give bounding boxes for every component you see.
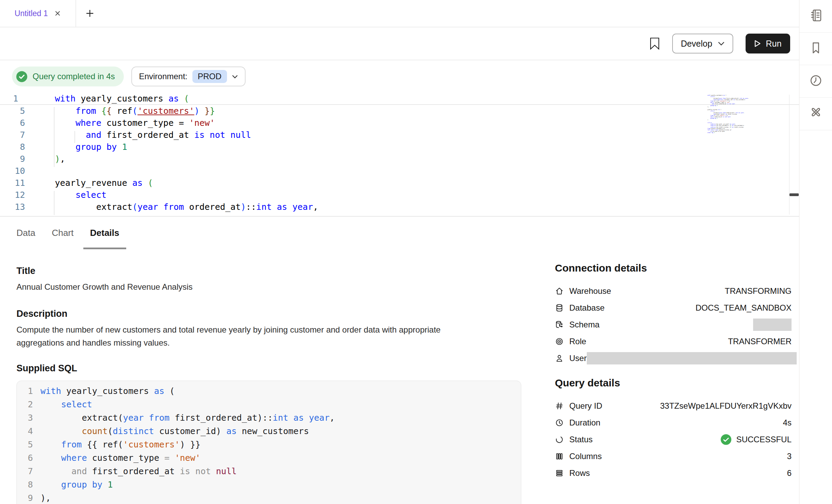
connection-details-heading: Connection details <box>555 261 792 275</box>
indent-guide <box>74 131 75 143</box>
bookmark-icon[interactable] <box>650 37 660 50</box>
run-label: Run <box>766 39 782 49</box>
code-line: 1with yearly_customers as ( <box>17 384 521 398</box>
warehouse-icon <box>555 287 564 296</box>
bookmark-icon <box>808 40 823 57</box>
connection-details-rows: Warehouse TRANSFORMING Database DOCS_TEA… <box>555 283 792 367</box>
success-check-icon <box>721 434 732 445</box>
detail-row-user: User <box>555 350 792 367</box>
code-line: 9), <box>0 153 799 165</box>
code-line: 5 from {{ ref('customers') }} <box>17 438 521 451</box>
redacted-value <box>587 352 797 364</box>
right-icon-sidebar <box>799 0 832 504</box>
title-value: Annual Customer Growth and Revenue Analy… <box>16 280 521 293</box>
sticky-line: 1with yearly_customers as ( <box>0 93 799 105</box>
title-heading: Title <box>16 266 521 276</box>
clock-icon <box>555 418 564 427</box>
detail-row-duration: Duration 4s <box>555 414 792 431</box>
supplied-sql-heading: Supplied SQL <box>16 363 521 374</box>
code-line: 11yearly_revenue as ( <box>0 177 799 189</box>
sidebar-notebook-button[interactable] <box>799 0 832 33</box>
develop-label: Develop <box>681 39 712 49</box>
hash-icon <box>555 401 564 410</box>
description-value: Compute the number of new customers and … <box>16 323 479 349</box>
query-status-row: Query completed in 4s Environment: PROD <box>0 60 799 93</box>
editor-tab-bar: Untitled 1 <box>0 0 799 27</box>
results-tab-details[interactable]: Details <box>90 217 119 249</box>
editor-scrollbar-thumb[interactable] <box>789 193 799 196</box>
code-line: 5 from {{ ref('customers') }} <box>0 105 799 117</box>
tab-untitled-1[interactable]: Untitled 1 <box>0 0 76 27</box>
detail-row-role: Role TRANSFORMER <box>555 333 792 350</box>
run-button[interactable]: Run <box>746 34 790 53</box>
query-status-pill: Query completed in 4s <box>12 67 124 86</box>
chevron-down-icon <box>232 75 238 79</box>
detail-row-columns: Columns 3 <box>555 448 792 465</box>
environment-label: Environment: <box>139 72 187 81</box>
redacted-value <box>753 319 792 331</box>
code-line: 4 count(distinct customer_id) as new_cus… <box>17 424 521 438</box>
rows-icon <box>555 469 564 478</box>
code-line: 12 select <box>0 189 799 201</box>
details-right-column: Connection details Warehouse TRANSFORMIN… <box>555 261 792 491</box>
main-area: Untitled 1 Develop Run <box>0 0 799 504</box>
code-line: 3 extract(year from first_ordered_at)::i… <box>17 411 521 424</box>
query-details-rows: Query ID 33TZseWpe1ALFDUYerxR1gVKxbv Dur… <box>555 397 792 481</box>
environment-value-badge: PROD <box>192 70 227 83</box>
code-line: 10 <box>0 165 799 177</box>
detail-row-query-id: Query ID 33TZseWpe1ALFDUYerxR1gVKxbv <box>555 397 792 414</box>
detail-row-warehouse: Warehouse TRANSFORMING <box>555 283 792 299</box>
code-line: 8 group by 1 <box>17 478 521 491</box>
code-line: 7 and first_ordered_at is not null <box>0 129 799 141</box>
check-circle-icon <box>16 71 27 82</box>
detail-row-rows: Rows 6 <box>555 465 792 481</box>
sidebar-bookmark-button[interactable] <box>799 33 832 65</box>
spinner-icon <box>555 435 564 444</box>
indent-guide <box>54 107 55 167</box>
schema-icon <box>555 320 564 329</box>
history-icon <box>808 73 823 89</box>
environment-selector[interactable]: Environment: PROD <box>131 67 246 86</box>
details-left-column: Title Annual Customer Growth and Revenue… <box>16 266 521 504</box>
toolbar: Develop Run <box>0 27 799 60</box>
close-tab-icon[interactable] <box>54 10 61 17</box>
compass-icon <box>808 106 823 122</box>
detail-row-schema: Schema <box>555 316 792 333</box>
sidebar-history-button[interactable] <box>799 65 832 98</box>
develop-dropdown-button[interactable]: Develop <box>672 34 733 53</box>
results-tab-data[interactable]: Data <box>16 217 35 249</box>
query-status-text: Query completed in 4s <box>33 72 115 81</box>
details-panel: Title Annual Customer Growth and Revenue… <box>0 249 799 471</box>
code-line: 9), <box>17 491 521 504</box>
query-details-heading: Query details <box>555 376 792 390</box>
sidebar-compass-button[interactable] <box>799 98 832 130</box>
code-line: 6 where customer_type = 'new' <box>0 117 799 129</box>
results-tab-chart[interactable]: Chart <box>52 217 74 249</box>
editor-minimap[interactable]: with yearly_customers as ( select extrac… <box>708 95 785 136</box>
tab-label: Untitled 1 <box>14 9 48 18</box>
status-value: SUCCESSFUL <box>736 435 792 444</box>
editor-scrollbar-track[interactable] <box>789 95 799 215</box>
code-line: 6 where customer_type = 'new' <box>17 451 521 465</box>
editor-lines: 5 from {{ ref('customers') }}6 where cus… <box>0 105 799 213</box>
new-tab-button[interactable] <box>76 0 104 27</box>
supplied-sql-block: 1with yearly_customers as (2 select3 ext… <box>16 381 521 504</box>
code-line: 8 group by 1 <box>0 141 799 153</box>
code-line: 13 extract(year from ordered_at)::int as… <box>0 201 799 213</box>
detail-row-database: Database DOCS_TEAM_SANDBOX <box>555 299 792 316</box>
code-line: 2 select <box>17 398 521 411</box>
notebook-icon <box>808 8 823 24</box>
detail-row-status: Status SUCCESSFUL <box>555 431 792 448</box>
play-icon <box>754 40 761 47</box>
indent-guide <box>54 191 55 215</box>
plus-icon <box>85 9 94 18</box>
app-root: Untitled 1 Develop Run <box>0 0 832 504</box>
columns-icon <box>555 452 564 461</box>
role-icon <box>555 337 564 346</box>
chevron-down-icon <box>718 41 725 46</box>
database-icon <box>555 303 564 312</box>
results-tab-bar: DataChartDetails <box>0 217 799 249</box>
code-line: 1with yearly_customers as ( <box>0 93 799 105</box>
sql-editor[interactable]: 1with yearly_customers as ( 5 from {{ re… <box>0 93 799 217</box>
minimap-content: with yearly_customers as ( select extrac… <box>708 95 756 133</box>
